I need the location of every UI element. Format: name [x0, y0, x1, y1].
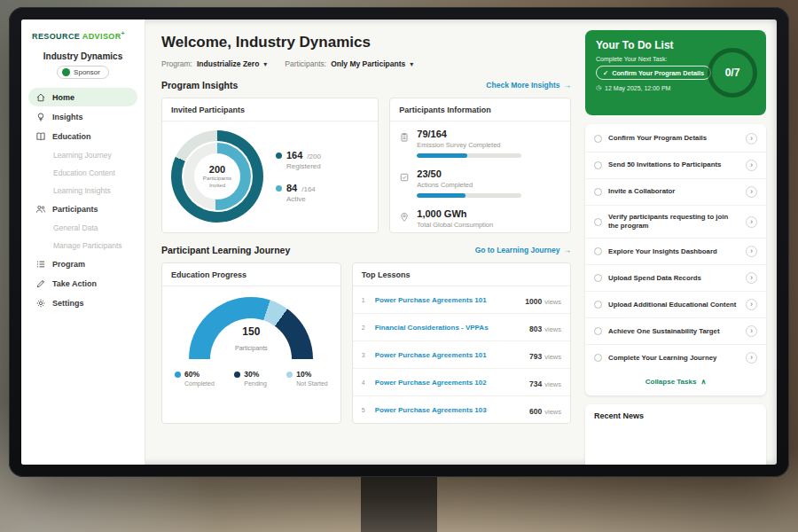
lesson-link[interactable]: Financial Considerations - VPPAs [375, 324, 523, 332]
task-row-upload-spend-data[interactable]: Upload Spend Data Records › [585, 265, 766, 292]
active-dot [276, 185, 282, 192]
actions-completed-stat: 23/50 Actions Completed [390, 161, 570, 201]
lesson-link[interactable]: Power Purchase Agreements 101 [375, 296, 520, 304]
sidebar-item-take-action[interactable]: Take Action [28, 274, 137, 293]
lesson-rank: 1 [362, 297, 369, 303]
donut-center-label: Participants [203, 175, 231, 182]
lesson-rank: 4 [362, 379, 369, 386]
sidebar-item-home[interactable]: Home [28, 88, 137, 106]
sidebar-item-general-data[interactable]: General Data [28, 219, 137, 236]
gauge-center-value: 150 [189, 325, 313, 338]
donut-center-label: Invited [209, 182, 225, 189]
task-row-explore-insights[interactable]: Explore Your Insights Dashboard › [585, 239, 766, 265]
sidebar-item-label: Settings [52, 299, 84, 308]
sponsor-badge: Sponsor [57, 66, 109, 79]
sidebar-item-label: General Data [53, 223, 98, 232]
participants-filter-dropdown[interactable]: Participants: Only My Participants ▾ [285, 59, 413, 68]
education-progress-card: Education Progress 150 Participants [161, 262, 341, 424]
invited-participants-donut-chart: 200 Participants Invited [171, 130, 263, 223]
task-checkbox[interactable] [594, 188, 602, 196]
go-to-learning-journey-link[interactable]: Go to Learning Journey → [475, 246, 571, 254]
task-row-confirm-program[interactable]: Confirm Your Program Details › [585, 126, 766, 153]
task-row-send-invitations[interactable]: Send 50 Invitations to Participants › [585, 153, 766, 179]
pending-dot [234, 372, 240, 378]
legend-value: 30% [244, 370, 259, 379]
next-task-chip[interactable]: ✓ Confirm Your Program Details [596, 66, 711, 80]
monitor-bezel: RESOURCE ADVISOR+ Industry Dynamics Spon… [9, 7, 789, 477]
task-open-button[interactable]: › [746, 186, 757, 198]
task-open-button[interactable]: › [746, 352, 757, 364]
card-title: Invited Participants [162, 98, 378, 121]
check-square-icon [399, 170, 410, 186]
sidebar-item-learning-insights[interactable]: Learning Insights [28, 182, 137, 199]
task-checkbox[interactable] [594, 327, 602, 335]
recent-news-header[interactable]: Recent News [585, 404, 766, 465]
lesson-row: 4 Power Purchase Agreements 102 734views [353, 369, 570, 396]
program-insights-header: Program Insights Check More Insights → [161, 80, 571, 90]
chevron-right-icon: › [750, 188, 753, 196]
program-filter-dropdown[interactable]: Program: Industrialize Zero ▾ [161, 59, 267, 68]
task-open-button[interactable]: › [746, 160, 757, 171]
sponsor-icon [62, 68, 70, 76]
participants-information-card: Participants Information 79/164 Emission… [389, 98, 571, 233]
task-row-upload-educational-content[interactable]: Upload Additional Educational Content › [585, 292, 766, 318]
task-open-button[interactable]: › [746, 246, 757, 257]
views-count: 600 [529, 407, 542, 416]
logo-text-secondary: ADVISOR [82, 32, 121, 41]
task-row-achieve-target[interactable]: Achieve One Sustainability Target › [585, 318, 766, 345]
lesson-link[interactable]: Power Purchase Agreements 101 [375, 351, 523, 359]
sidebar-item-manage-participants[interactable]: Manage Participants [28, 237, 137, 254]
logo-text-primary: RESOURCE [32, 32, 80, 41]
task-open-button[interactable]: › [746, 133, 757, 145]
task-open-button[interactable]: › [746, 272, 757, 284]
chevron-right-icon: › [750, 247, 753, 255]
stat-label: Actions Completed [417, 181, 521, 189]
task-open-button[interactable]: › [746, 216, 757, 228]
chevron-right-icon: › [750, 327, 753, 335]
due-text: 12 May 2025, 12:00 PM [605, 85, 670, 91]
views-label: views [544, 353, 561, 361]
top-lessons-card: Top Lessons 1 Power Purchase Agreements … [352, 262, 571, 424]
sponsor-label: Sponsor [74, 68, 100, 76]
completed-dot [175, 372, 181, 378]
sidebar-item-insights[interactable]: Insights [28, 107, 137, 126]
task-checkbox[interactable] [594, 247, 602, 255]
registered-value: 164 [286, 150, 302, 160]
sidebar-item-education-content[interactable]: Education Content [28, 164, 137, 181]
legend-label: Pending [244, 380, 267, 387]
task-open-button[interactable]: › [746, 325, 757, 337]
task-row-verify-participants[interactable]: Verify participants requesting to join t… [585, 206, 766, 239]
chevron-right-icon: › [750, 354, 753, 362]
chevron-right-icon: › [750, 161, 753, 169]
sidebar-item-settings[interactable]: Settings [28, 293, 137, 312]
lesson-views: 793views [529, 347, 561, 363]
bulb-icon [35, 112, 46, 122]
task-label: Achieve One Sustainability Target [608, 327, 739, 336]
task-checkbox[interactable] [594, 218, 602, 226]
task-checkbox[interactable] [594, 274, 602, 282]
task-checkbox[interactable] [594, 301, 602, 309]
education-gauge-chart: 150 Participants [189, 297, 313, 359]
sidebar-item-education[interactable]: Education [28, 127, 137, 145]
task-row-complete-learning-journey[interactable]: Complete Your Learning Journey › [585, 345, 766, 371]
todo-progress-value: 0/7 [725, 66, 740, 79]
section-title: Participant Learning Journey [161, 245, 290, 255]
education-legend: 60% Completed 30% Pending [162, 359, 340, 395]
task-open-button[interactable]: › [746, 299, 757, 310]
lesson-link[interactable]: Power Purchase Agreements 102 [375, 379, 523, 387]
sidebar-item-learning-journey[interactable]: Learning Journey [28, 146, 137, 163]
program-filter-value: Industrialize Zero [197, 59, 259, 68]
collapse-tasks-button[interactable]: Collapse Tasks ∧ [585, 371, 766, 394]
learning-journey-cards: Education Progress 150 Participants [161, 262, 571, 424]
legend-pending: 30% Pending [234, 370, 267, 387]
task-row-invite-collaborator[interactable]: Invite a Collaborator › [585, 179, 766, 206]
lesson-link[interactable]: Power Purchase Agreements 103 [375, 406, 523, 414]
sidebar-item-label: Home [52, 93, 74, 102]
task-checkbox[interactable] [594, 161, 602, 169]
sidebar-item-program[interactable]: Program [28, 254, 137, 273]
sidebar-item-participants[interactable]: Participants [28, 200, 137, 218]
task-checkbox[interactable] [594, 135, 602, 143]
collapse-label: Collapse Tasks [645, 378, 697, 386]
task-checkbox[interactable] [594, 354, 602, 362]
check-more-insights-link[interactable]: Check More Insights → [486, 81, 571, 90]
